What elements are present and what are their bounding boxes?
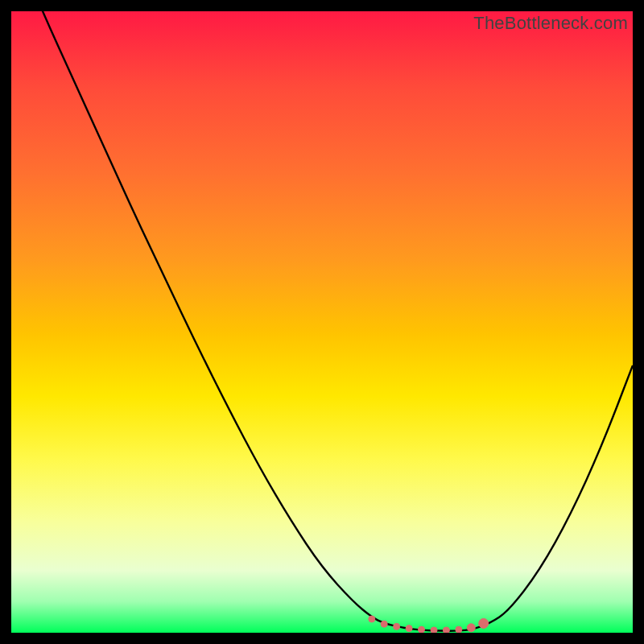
bottleneck-curve-path: [11, 11, 633, 631]
marker-dot: [456, 626, 462, 633]
marker-dot: [419, 626, 425, 633]
marker-dot: [443, 627, 449, 633]
chart-frame: TheBottleneck.com: [0, 0, 644, 644]
chart-svg: [11, 11, 633, 633]
marker-dot: [406, 625, 412, 632]
marker-dot: [479, 618, 489, 628]
marker-dot: [381, 621, 387, 627]
marker-dot: [431, 627, 437, 633]
marker-dot: [369, 616, 375, 622]
marker-dot: [467, 624, 475, 632]
plot-area: TheBottleneck.com: [11, 11, 633, 633]
marker-dot: [394, 623, 400, 630]
